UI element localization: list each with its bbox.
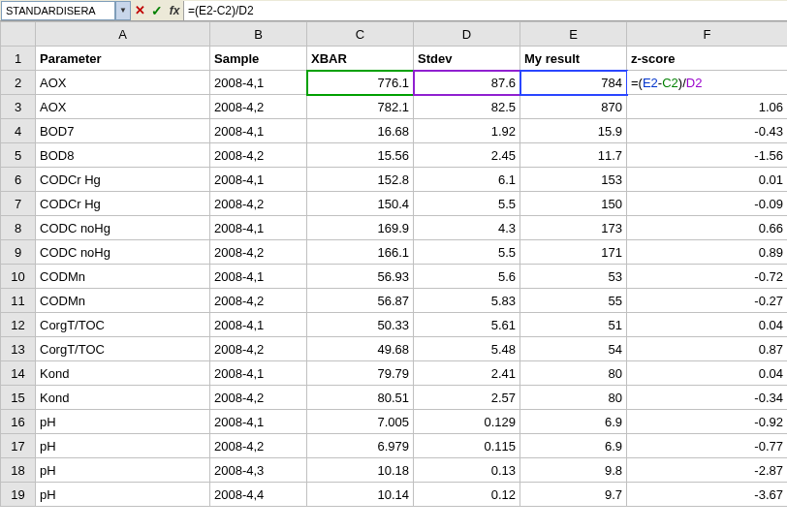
- cell-A9[interactable]: CODC noHg: [36, 240, 210, 265]
- cell-F3[interactable]: 1.06: [627, 95, 788, 119]
- cell-F8[interactable]: 0.66: [627, 216, 788, 240]
- row-header-16[interactable]: 16: [1, 410, 36, 434]
- row-header-1[interactable]: 1: [1, 47, 36, 71]
- col-header-B[interactable]: B: [210, 22, 307, 47]
- row-header-19[interactable]: 19: [1, 483, 36, 507]
- cell-E12[interactable]: 51: [520, 313, 627, 337]
- cell-C11[interactable]: 56.87: [307, 289, 414, 313]
- cell-F15[interactable]: -0.34: [627, 386, 788, 410]
- cell-A18[interactable]: pH: [36, 458, 210, 483]
- cell-F13[interactable]: 0.87: [627, 337, 788, 361]
- row-header-7[interactable]: 7: [1, 192, 36, 216]
- cell-A17[interactable]: pH: [36, 434, 210, 458]
- cell-B10[interactable]: 2008-4,1: [210, 265, 307, 289]
- cell-F16[interactable]: -0.92: [627, 410, 788, 434]
- cell-D5[interactable]: 2.45: [414, 143, 520, 168]
- cell-E19[interactable]: 9.7: [520, 483, 627, 507]
- fx-button[interactable]: fx: [166, 1, 183, 20]
- cell-A15[interactable]: Kond: [36, 386, 210, 410]
- cell-D4[interactable]: 1.92: [414, 119, 520, 143]
- cell-B4[interactable]: 2008-4,1: [210, 119, 307, 143]
- cell-E11[interactable]: 55: [520, 289, 627, 313]
- cell-E2[interactable]: 784: [520, 71, 627, 95]
- cell-D1[interactable]: Stdev: [414, 47, 520, 71]
- row-header-8[interactable]: 8: [1, 216, 36, 240]
- select-all-corner[interactable]: [1, 22, 36, 47]
- cell-B1[interactable]: Sample: [210, 47, 307, 71]
- cell-C7[interactable]: 150.4: [307, 192, 414, 216]
- cell-E9[interactable]: 171: [520, 240, 627, 265]
- cell-C1[interactable]: XBAR: [307, 47, 414, 71]
- col-header-C[interactable]: C: [307, 22, 414, 47]
- cell-D8[interactable]: 4.3: [414, 216, 520, 240]
- cell-D12[interactable]: 5.61: [414, 313, 520, 337]
- col-header-D[interactable]: D: [414, 22, 520, 47]
- cell-D7[interactable]: 5.5: [414, 192, 520, 216]
- spreadsheet-grid[interactable]: A B C D E F 1 Parameter Sample XBAR Stde…: [0, 21, 787, 507]
- cell-F18[interactable]: -2.87: [627, 458, 788, 483]
- cell-A2[interactable]: AOX: [36, 71, 210, 95]
- cell-D3[interactable]: 82.5: [414, 95, 520, 119]
- cell-F6[interactable]: 0.01: [627, 168, 788, 192]
- cell-D16[interactable]: 0.129: [414, 410, 520, 434]
- row-header-5[interactable]: 5: [1, 143, 36, 168]
- cell-B8[interactable]: 2008-4,1: [210, 216, 307, 240]
- cell-A14[interactable]: Kond: [36, 361, 210, 386]
- row-header-15[interactable]: 15: [1, 386, 36, 410]
- cell-F7[interactable]: -0.09: [627, 192, 788, 216]
- cell-D13[interactable]: 5.48: [414, 337, 520, 361]
- cell-F19[interactable]: -3.67: [627, 483, 788, 507]
- cell-F5[interactable]: -1.56: [627, 143, 788, 168]
- formula-input[interactable]: =(E2-C2)/D2: [183, 1, 787, 20]
- cell-A10[interactable]: CODMn: [36, 265, 210, 289]
- cell-B3[interactable]: 2008-4,2: [210, 95, 307, 119]
- cell-A5[interactable]: BOD8: [36, 143, 210, 168]
- cell-E16[interactable]: 6.9: [520, 410, 627, 434]
- cell-E5[interactable]: 11.7: [520, 143, 627, 168]
- cell-B15[interactable]: 2008-4,2: [210, 386, 307, 410]
- cell-C19[interactable]: 10.14: [307, 483, 414, 507]
- cell-C12[interactable]: 50.33: [307, 313, 414, 337]
- enter-button[interactable]: ✓: [148, 1, 166, 20]
- cell-B16[interactable]: 2008-4,1: [210, 410, 307, 434]
- cell-B6[interactable]: 2008-4,1: [210, 168, 307, 192]
- cell-A11[interactable]: CODMn: [36, 289, 210, 313]
- cell-E3[interactable]: 870: [520, 95, 627, 119]
- cell-B9[interactable]: 2008-4,2: [210, 240, 307, 265]
- cell-C10[interactable]: 56.93: [307, 265, 414, 289]
- row-header-9[interactable]: 9: [1, 240, 36, 265]
- cell-B5[interactable]: 2008-4,2: [210, 143, 307, 168]
- cell-C4[interactable]: 16.68: [307, 119, 414, 143]
- cell-D19[interactable]: 0.12: [414, 483, 520, 507]
- cell-D14[interactable]: 2.41: [414, 361, 520, 386]
- row-header-18[interactable]: 18: [1, 458, 36, 483]
- row-header-2[interactable]: 2: [1, 71, 36, 95]
- cell-C2[interactable]: 776.1: [307, 71, 414, 95]
- cell-D2[interactable]: 87.6: [414, 71, 520, 95]
- cell-C14[interactable]: 79.79: [307, 361, 414, 386]
- cell-F4[interactable]: -0.43: [627, 119, 788, 143]
- cell-B14[interactable]: 2008-4,1: [210, 361, 307, 386]
- cell-C5[interactable]: 15.56: [307, 143, 414, 168]
- cell-C8[interactable]: 169.9: [307, 216, 414, 240]
- cell-B7[interactable]: 2008-4,2: [210, 192, 307, 216]
- cell-B11[interactable]: 2008-4,2: [210, 289, 307, 313]
- cell-A6[interactable]: CODCr Hg: [36, 168, 210, 192]
- cell-E14[interactable]: 80: [520, 361, 627, 386]
- cell-B2[interactable]: 2008-4,1: [210, 71, 307, 95]
- cell-E7[interactable]: 150: [520, 192, 627, 216]
- cell-C13[interactable]: 49.68: [307, 337, 414, 361]
- row-header-14[interactable]: 14: [1, 361, 36, 386]
- cell-B18[interactable]: 2008-4,3: [210, 458, 307, 483]
- cell-F11[interactable]: -0.27: [627, 289, 788, 313]
- cell-A8[interactable]: CODC noHg: [36, 216, 210, 240]
- cell-F1[interactable]: z-score: [627, 47, 788, 71]
- cell-D6[interactable]: 6.1: [414, 168, 520, 192]
- cell-A13[interactable]: CorgT/TOC: [36, 337, 210, 361]
- cell-E18[interactable]: 9.8: [520, 458, 627, 483]
- cell-D9[interactable]: 5.5: [414, 240, 520, 265]
- cell-C16[interactable]: 7.005: [307, 410, 414, 434]
- cell-A19[interactable]: pH: [36, 483, 210, 507]
- cell-E4[interactable]: 15.9: [520, 119, 627, 143]
- cell-D17[interactable]: 0.115: [414, 434, 520, 458]
